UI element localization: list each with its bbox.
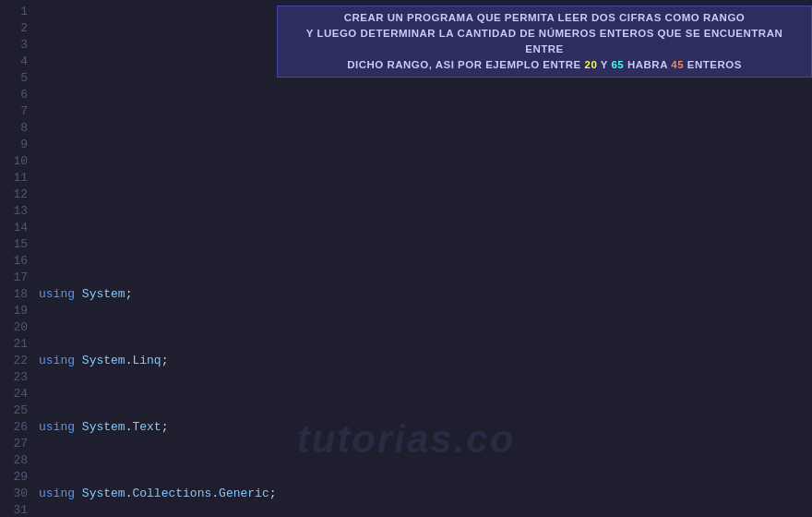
tooltip-overlay: CREAR UN PROGRAMA QUE PERMITA LEER DOS C… <box>277 6 812 78</box>
code-line-2 <box>39 103 812 120</box>
code-editor: CREAR UN PROGRAMA QUE PERMITA LEER DOS C… <box>0 0 812 517</box>
line-numbers: 1 2 3 4 5 6 7 8 9 10 11 12 13 14 15 16 1… <box>0 4 35 517</box>
tooltip-line2: Y LUEGO DETERMINAR LA CANTIDAD DE NÚMERO… <box>287 26 802 57</box>
code-line-3 <box>39 153 812 170</box>
code-line-7: using System.Text; <box>39 419 812 436</box>
code-line-6: using System.Linq; <box>39 353 812 369</box>
tooltip-line1: CREAR UN PROGRAMA QUE PERMITA LEER DOS C… <box>287 10 802 26</box>
code-area: 1 2 3 4 5 6 7 8 9 10 11 12 13 14 15 16 1… <box>0 0 812 517</box>
code-content[interactable]: using System; using System.Linq; using S… <box>35 4 812 517</box>
tooltip-line3: DICHO RANGO, ASI POR EJEMPLO ENTRE 20 Y … <box>287 57 802 73</box>
code-line-8: using System.Collections.Generic; <box>39 486 812 502</box>
code-line-4 <box>39 220 812 236</box>
code-line-5: using System; <box>39 286 812 303</box>
